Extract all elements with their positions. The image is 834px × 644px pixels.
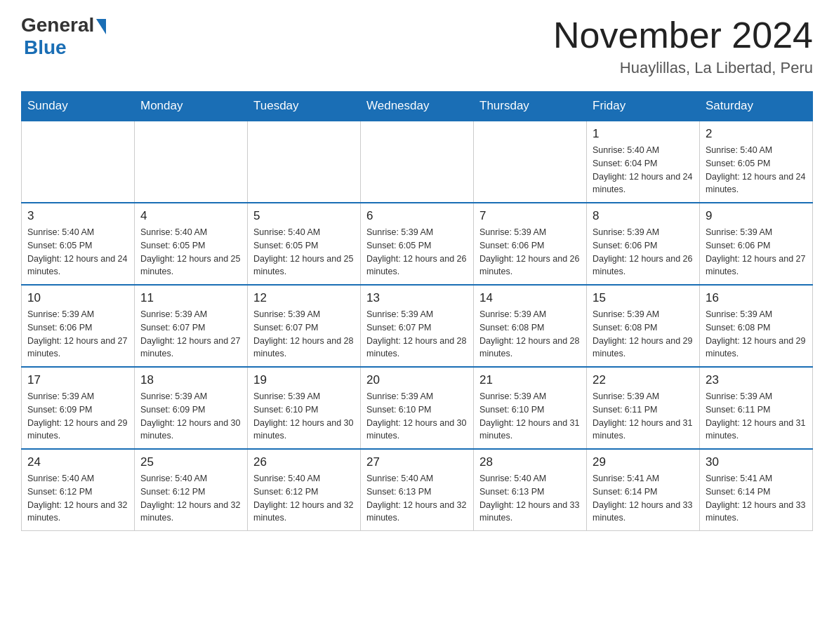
calendar-cell: 19Sunrise: 5:39 AM Sunset: 6:10 PM Dayli… — [248, 367, 361, 449]
calendar-cell: 29Sunrise: 5:41 AM Sunset: 6:14 PM Dayli… — [587, 449, 700, 531]
day-info: Sunrise: 5:39 AM Sunset: 6:07 PM Dayligh… — [366, 308, 468, 361]
day-info: Sunrise: 5:39 AM Sunset: 6:11 PM Dayligh… — [593, 390, 694, 443]
day-info: Sunrise: 5:39 AM Sunset: 6:08 PM Dayligh… — [479, 308, 581, 361]
calendar-cell: 12Sunrise: 5:39 AM Sunset: 6:07 PM Dayli… — [248, 285, 361, 367]
calendar-cell: 11Sunrise: 5:39 AM Sunset: 6:07 PM Dayli… — [135, 285, 248, 367]
day-info: Sunrise: 5:39 AM Sunset: 6:10 PM Dayligh… — [366, 390, 468, 443]
calendar-cell — [248, 121, 361, 203]
calendar-cell: 17Sunrise: 5:39 AM Sunset: 6:09 PM Dayli… — [22, 367, 135, 449]
location-title: Huaylillas, La Libertad, Peru — [553, 59, 813, 77]
week-row-4: 17Sunrise: 5:39 AM Sunset: 6:09 PM Dayli… — [22, 367, 813, 449]
calendar-cell: 27Sunrise: 5:40 AM Sunset: 6:13 PM Dayli… — [361, 449, 474, 531]
day-number: 6 — [366, 209, 468, 223]
week-row-1: 1Sunrise: 5:40 AM Sunset: 6:04 PM Daylig… — [22, 121, 813, 203]
weekday-header-tuesday: Tuesday — [248, 92, 361, 121]
day-info: Sunrise: 5:40 AM Sunset: 6:13 PM Dayligh… — [479, 472, 581, 525]
weekday-header-saturday: Saturday — [700, 92, 813, 121]
logo-general-text: General — [21, 14, 94, 36]
day-info: Sunrise: 5:40 AM Sunset: 6:05 PM Dayligh… — [140, 226, 241, 279]
day-info: Sunrise: 5:41 AM Sunset: 6:14 PM Dayligh… — [706, 472, 807, 525]
day-info: Sunrise: 5:39 AM Sunset: 6:10 PM Dayligh… — [479, 390, 581, 443]
day-number: 29 — [593, 455, 694, 469]
day-info: Sunrise: 5:39 AM Sunset: 6:07 PM Dayligh… — [253, 308, 355, 361]
calendar-cell: 18Sunrise: 5:39 AM Sunset: 6:09 PM Dayli… — [135, 367, 248, 449]
day-info: Sunrise: 5:40 AM Sunset: 6:12 PM Dayligh… — [140, 472, 241, 525]
day-number: 21 — [479, 373, 581, 387]
day-info: Sunrise: 5:40 AM Sunset: 6:04 PM Dayligh… — [593, 144, 694, 196]
day-number: 16 — [706, 291, 807, 305]
day-info: Sunrise: 5:39 AM Sunset: 6:11 PM Dayligh… — [706, 390, 807, 443]
calendar-cell: 20Sunrise: 5:39 AM Sunset: 6:10 PM Dayli… — [361, 367, 474, 449]
calendar-cell: 10Sunrise: 5:39 AM Sunset: 6:06 PM Dayli… — [22, 285, 135, 367]
calendar-cell: 15Sunrise: 5:39 AM Sunset: 6:08 PM Dayli… — [587, 285, 700, 367]
day-info: Sunrise: 5:39 AM Sunset: 6:06 PM Dayligh… — [479, 226, 581, 279]
day-number: 28 — [479, 455, 581, 469]
day-info: Sunrise: 5:39 AM Sunset: 6:06 PM Dayligh… — [27, 308, 128, 361]
page-header: General Blue November 2024 Huaylillas, L… — [21, 14, 813, 77]
day-number: 26 — [253, 455, 355, 469]
calendar-cell — [474, 121, 587, 203]
calendar-header-row: SundayMondayTuesdayWednesdayThursdayFrid… — [22, 92, 813, 121]
calendar-cell — [22, 121, 135, 203]
week-row-3: 10Sunrise: 5:39 AM Sunset: 6:06 PM Dayli… — [22, 285, 813, 367]
day-info: Sunrise: 5:39 AM Sunset: 6:10 PM Dayligh… — [253, 390, 355, 443]
calendar-cell: 7Sunrise: 5:39 AM Sunset: 6:06 PM Daylig… — [474, 203, 587, 285]
day-number: 22 — [593, 373, 694, 387]
day-number: 11 — [140, 291, 241, 305]
day-number: 19 — [253, 373, 355, 387]
day-info: Sunrise: 5:39 AM Sunset: 6:08 PM Dayligh… — [706, 308, 807, 361]
calendar-cell: 6Sunrise: 5:39 AM Sunset: 6:05 PM Daylig… — [361, 203, 474, 285]
calendar-cell: 21Sunrise: 5:39 AM Sunset: 6:10 PM Dayli… — [474, 367, 587, 449]
logo-arrow-icon — [96, 19, 106, 34]
calendar-cell: 30Sunrise: 5:41 AM Sunset: 6:14 PM Dayli… — [700, 449, 813, 531]
day-info: Sunrise: 5:39 AM Sunset: 6:05 PM Dayligh… — [366, 226, 468, 279]
day-number: 7 — [479, 209, 581, 223]
day-number: 10 — [27, 291, 128, 305]
calendar-cell: 22Sunrise: 5:39 AM Sunset: 6:11 PM Dayli… — [587, 367, 700, 449]
day-number: 5 — [253, 209, 355, 223]
day-info: Sunrise: 5:40 AM Sunset: 6:13 PM Dayligh… — [366, 472, 468, 525]
day-number: 3 — [27, 209, 128, 223]
weekday-header-thursday: Thursday — [474, 92, 587, 121]
day-number: 4 — [140, 209, 241, 223]
day-number: 27 — [366, 455, 468, 469]
calendar-cell: 1Sunrise: 5:40 AM Sunset: 6:04 PM Daylig… — [587, 121, 700, 203]
day-info: Sunrise: 5:40 AM Sunset: 6:05 PM Dayligh… — [706, 144, 807, 196]
day-info: Sunrise: 5:39 AM Sunset: 6:06 PM Dayligh… — [593, 226, 694, 279]
week-row-5: 24Sunrise: 5:40 AM Sunset: 6:12 PM Dayli… — [22, 449, 813, 531]
day-info: Sunrise: 5:40 AM Sunset: 6:05 PM Dayligh… — [27, 226, 128, 279]
day-info: Sunrise: 5:39 AM Sunset: 6:09 PM Dayligh… — [140, 390, 241, 443]
day-number: 20 — [366, 373, 468, 387]
calendar-cell: 4Sunrise: 5:40 AM Sunset: 6:05 PM Daylig… — [135, 203, 248, 285]
weekday-header-friday: Friday — [587, 92, 700, 121]
weekday-header-monday: Monday — [135, 92, 248, 121]
day-info: Sunrise: 5:40 AM Sunset: 6:12 PM Dayligh… — [27, 472, 128, 525]
calendar-cell: 16Sunrise: 5:39 AM Sunset: 6:08 PM Dayli… — [700, 285, 813, 367]
day-number: 8 — [593, 209, 694, 223]
calendar-cell — [135, 121, 248, 203]
day-info: Sunrise: 5:40 AM Sunset: 6:12 PM Dayligh… — [253, 472, 355, 525]
weekday-header-sunday: Sunday — [22, 92, 135, 121]
calendar-cell: 26Sunrise: 5:40 AM Sunset: 6:12 PM Dayli… — [248, 449, 361, 531]
day-number: 30 — [706, 455, 807, 469]
logo-blue-text: Blue — [24, 36, 67, 59]
calendar-cell: 13Sunrise: 5:39 AM Sunset: 6:07 PM Dayli… — [361, 285, 474, 367]
calendar-cell: 23Sunrise: 5:39 AM Sunset: 6:11 PM Dayli… — [700, 367, 813, 449]
day-info: Sunrise: 5:41 AM Sunset: 6:14 PM Dayligh… — [593, 472, 694, 525]
calendar-cell: 9Sunrise: 5:39 AM Sunset: 6:06 PM Daylig… — [700, 203, 813, 285]
weekday-header-wednesday: Wednesday — [361, 92, 474, 121]
calendar-cell: 8Sunrise: 5:39 AM Sunset: 6:06 PM Daylig… — [587, 203, 700, 285]
calendar-cell: 2Sunrise: 5:40 AM Sunset: 6:05 PM Daylig… — [700, 121, 813, 203]
logo: General Blue — [21, 14, 106, 59]
day-number: 13 — [366, 291, 468, 305]
calendar-cell: 25Sunrise: 5:40 AM Sunset: 6:12 PM Dayli… — [135, 449, 248, 531]
month-title: November 2024 — [553, 14, 813, 56]
calendar-cell — [361, 121, 474, 203]
title-section: November 2024 Huaylillas, La Libertad, P… — [553, 14, 813, 77]
calendar-cell: 24Sunrise: 5:40 AM Sunset: 6:12 PM Dayli… — [22, 449, 135, 531]
calendar-cell: 3Sunrise: 5:40 AM Sunset: 6:05 PM Daylig… — [22, 203, 135, 285]
day-number: 17 — [27, 373, 128, 387]
calendar-cell: 14Sunrise: 5:39 AM Sunset: 6:08 PM Dayli… — [474, 285, 587, 367]
day-number: 2 — [706, 127, 807, 141]
calendar-cell: 5Sunrise: 5:40 AM Sunset: 6:05 PM Daylig… — [248, 203, 361, 285]
